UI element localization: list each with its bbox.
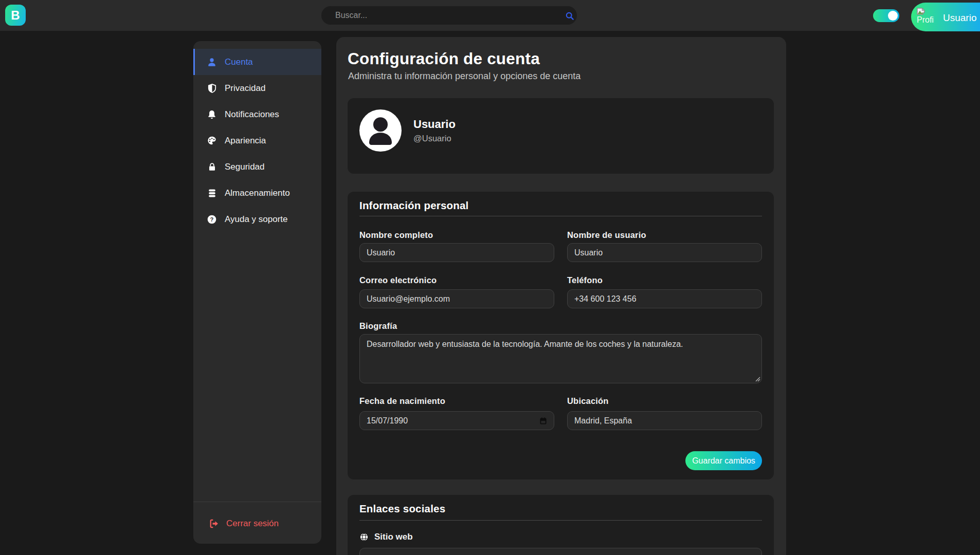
svg-text:?: ?: [210, 216, 214, 223]
